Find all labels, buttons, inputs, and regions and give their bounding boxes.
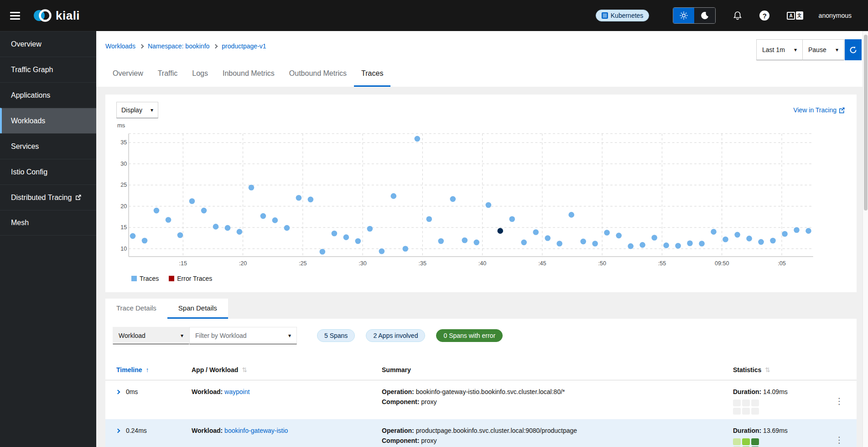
traces-chart-card: Display ▾ View in Tracing ms 10152025303… xyxy=(105,95,857,292)
breadcrumb-namespace[interactable]: Namespace: bookinfo xyxy=(148,42,209,50)
caret-down-icon: ▾ xyxy=(288,332,291,339)
tab-span-details[interactable]: Span Details xyxy=(167,299,228,319)
svg-text::15: :15 xyxy=(179,260,187,267)
filter-input-wrap: ▾ xyxy=(189,327,297,344)
question-icon: ? xyxy=(759,11,769,21)
breadcrumb-bar: Workloads Namespace: bookinfo productpag… xyxy=(96,31,868,61)
masthead: kiali Kubernetes xyxy=(0,0,868,31)
apps-involved-badge[interactable]: 2 Apps involved xyxy=(366,329,425,342)
tab-outbound-metrics[interactable]: Outbound Metrics xyxy=(282,61,354,87)
nav-toggle-icon[interactable] xyxy=(10,12,20,20)
cluster-icon xyxy=(602,12,608,19)
workload-link[interactable]: bookinfo-gateway-istio xyxy=(224,427,288,434)
svg-text:25: 25 xyxy=(120,182,127,188)
sidebar-item-istio-config[interactable]: Istio Config xyxy=(0,159,96,184)
display-dropdown[interactable]: Display ▾ xyxy=(116,102,158,118)
svg-text:20: 20 xyxy=(120,203,127,210)
sort-ascending-icon: ↑ xyxy=(146,366,149,373)
help-button[interactable]: ? xyxy=(759,11,769,21)
span-row[interactable]: 0ms Workload: waypoint Operation: bookin… xyxy=(105,380,857,419)
svg-text:09:50: 09:50 xyxy=(715,260,729,267)
theme-toggle xyxy=(673,7,716,24)
sidebar-item-mesh[interactable]: Mesh xyxy=(0,210,96,236)
view-in-tracing-link[interactable]: View in Tracing xyxy=(793,106,845,114)
sun-icon xyxy=(680,11,688,20)
main-content: Workloads Namespace: bookinfo productpag… xyxy=(96,31,868,447)
user-name: anonymous xyxy=(819,12,852,19)
svg-text::30: :30 xyxy=(359,260,367,267)
kiali-logo-icon xyxy=(33,8,53,23)
expand-chevron-icon[interactable] xyxy=(116,429,120,433)
light-theme-button[interactable] xyxy=(673,8,694,23)
svg-text::35: :35 xyxy=(419,260,427,267)
filter-type-dropdown[interactable]: Workload ▾ xyxy=(113,327,189,344)
sidebar-item-distributed-tracing[interactable]: Distributed Tracing xyxy=(0,184,96,210)
column-header-summary: Summary xyxy=(382,366,733,373)
svg-text:15: 15 xyxy=(120,224,127,231)
svg-text::25: :25 xyxy=(299,260,307,267)
tab-traces[interactable]: Traces xyxy=(354,61,390,87)
sidebar-item-workloads[interactable]: Workloads xyxy=(0,108,96,133)
breadcrumb-workload-name[interactable]: productpage-v1 xyxy=(222,42,266,50)
dark-theme-button[interactable] xyxy=(694,8,715,23)
spans-count-badge[interactable]: 5 Spans xyxy=(317,329,355,342)
cluster-badge[interactable]: Kubernetes xyxy=(596,10,650,21)
span-filter-row: Workload ▾ ▾ 5 Spans 2 Apps involved 0 S… xyxy=(113,327,857,344)
sidebar-item-overview[interactable]: Overview xyxy=(0,31,96,57)
traces-scatter-chart[interactable]: 101520253035:15:20:25:30:35:40:45:50:550… xyxy=(116,130,823,271)
statistics-cell: Duration: 14.09ms xyxy=(733,387,826,415)
svg-text:10: 10 xyxy=(120,246,127,252)
workload-tabs: Overview Traffic Logs Inbound Metrics Ou… xyxy=(96,61,868,87)
legend-error-traces[interactable]: Error Traces xyxy=(169,275,212,282)
kiali-logo: kiali xyxy=(33,8,80,23)
spans-table-header: Timeline ↑ App / Workload ⇅ Summary Stat… xyxy=(105,361,857,380)
duration-dropdown[interactable]: Last 1m▾ xyxy=(756,39,803,60)
caret-down-icon: ▾ xyxy=(836,47,838,53)
moon-icon xyxy=(701,11,709,20)
breadcrumb-workloads[interactable]: Workloads xyxy=(105,42,135,50)
tab-traffic[interactable]: Traffic xyxy=(151,61,185,87)
sidebar-item-applications[interactable]: Applications xyxy=(0,82,96,108)
caret-down-icon: ▾ xyxy=(181,332,183,339)
summary-cell: Operation: bookinfo-gateway-istio.bookin… xyxy=(382,387,733,415)
column-header-statistics[interactable]: Statistics ⇅ xyxy=(733,366,826,373)
heatmap-squares xyxy=(733,438,826,447)
span-row[interactable]: 0.24ms Workload: bookinfo-gateway-istio … xyxy=(105,419,857,447)
summary-cell: Operation: productpage.bookinfo.svc.clus… xyxy=(382,426,733,447)
svg-text::55: :55 xyxy=(658,260,666,267)
tab-logs[interactable]: Logs xyxy=(185,61,215,87)
sidebar-item-traffic-graph[interactable]: Traffic Graph xyxy=(0,57,96,82)
chevron-right-icon xyxy=(213,44,218,49)
sort-icon[interactable]: ⇅ xyxy=(242,366,247,373)
tab-overview[interactable]: Overview xyxy=(105,61,151,87)
notifications-button[interactable] xyxy=(733,11,742,20)
column-header-timeline[interactable]: Timeline ↑ xyxy=(116,366,192,373)
refresh-interval-dropdown[interactable]: Pause▾ xyxy=(802,39,844,60)
expand-chevron-icon[interactable] xyxy=(116,390,120,394)
traces-legend-swatch xyxy=(131,276,137,281)
statistics-cell: Duration: 13.69ms xyxy=(733,426,826,447)
legend-traces[interactable]: Traces xyxy=(131,275,159,282)
details-tabs: Trace Details Span Details xyxy=(105,299,228,319)
page-scrollbar[interactable] xyxy=(863,31,868,447)
column-header-app-workload[interactable]: App / Workload ⇅ xyxy=(192,366,382,373)
spans-with-error-badge[interactable]: 0 Spans with error xyxy=(436,329,503,342)
workload-filter-input[interactable] xyxy=(195,332,273,339)
scrollbar-thumb[interactable] xyxy=(864,35,868,210)
heatmap-squares xyxy=(733,400,826,415)
language-button[interactable]: A文 xyxy=(787,11,803,20)
sidebar-item-services[interactable]: Services xyxy=(0,133,96,159)
workload-link[interactable]: waypoint xyxy=(224,388,249,395)
kebab-menu-icon[interactable]: ⋮ xyxy=(835,426,844,447)
tab-trace-details[interactable]: Trace Details xyxy=(105,299,167,319)
sort-icon[interactable]: ⇅ xyxy=(765,366,770,373)
time-toolbar: Last 1m▾ Pause▾ xyxy=(756,39,862,60)
kebab-menu-icon[interactable]: ⋮ xyxy=(835,388,844,415)
language-icon: A文 xyxy=(787,11,803,20)
cluster-badge-label: Kubernetes xyxy=(611,12,644,19)
timeline-cell: 0ms xyxy=(116,387,192,415)
refresh-button[interactable] xyxy=(845,39,862,60)
chart-legend: Traces Error Traces xyxy=(131,275,846,282)
svg-text:30: 30 xyxy=(120,161,127,167)
tab-inbound-metrics[interactable]: Inbound Metrics xyxy=(215,61,282,87)
